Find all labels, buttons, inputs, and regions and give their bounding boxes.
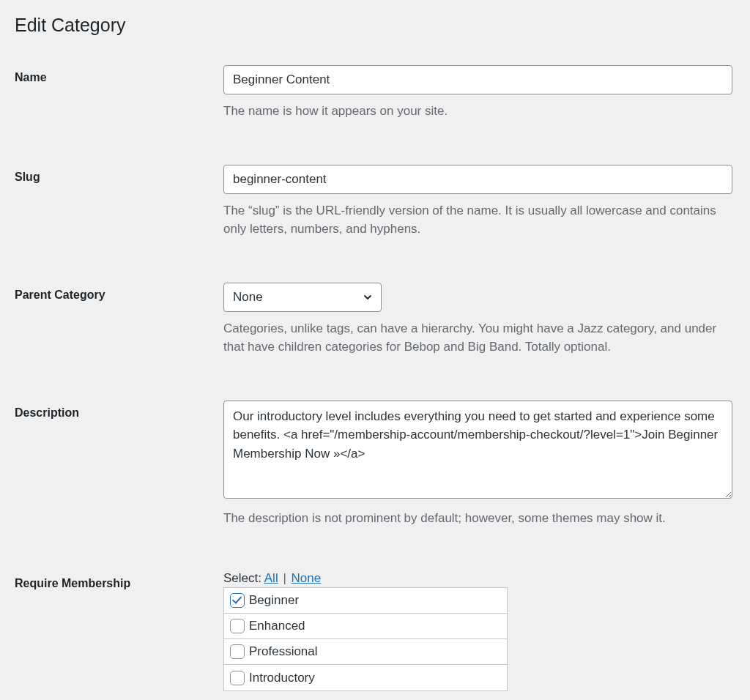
- name-label: Name: [15, 58, 223, 157]
- membership-select-row: Select: All | None: [223, 571, 735, 586]
- membership-checkbox-professional[interactable]: [230, 644, 245, 659]
- parent-help: Categories, unlike tags, can have a hier…: [223, 319, 732, 357]
- parent-select[interactable]: None: [223, 283, 382, 312]
- membership-checkbox-beginner[interactable]: [230, 593, 245, 608]
- slug-help: The “slug” is the URL-friendly version o…: [223, 201, 732, 239]
- edit-category-form: Name The name is how it appears on your …: [15, 58, 735, 700]
- membership-label: Require Membership: [15, 564, 223, 700]
- membership-select-prefix: Select:: [223, 571, 261, 585]
- edit-category-page: Edit Category Name The name is how it ap…: [0, 0, 750, 700]
- membership-select-separator: |: [280, 571, 290, 585]
- slug-label: Slug: [15, 157, 223, 275]
- membership-item-label: Beginner: [249, 593, 299, 608]
- name-input[interactable]: [223, 65, 732, 94]
- membership-item-enhanced[interactable]: Enhanced: [224, 614, 507, 639]
- membership-select-none[interactable]: None: [292, 571, 322, 585]
- page-title: Edit Category: [15, 15, 735, 36]
- slug-input[interactable]: [223, 165, 732, 194]
- membership-item-beginner[interactable]: Beginner: [224, 588, 507, 614]
- membership-checkbox-enhanced[interactable]: [230, 619, 245, 633]
- name-help: The name is how it appears on your site.: [223, 102, 732, 121]
- membership-item-label: Enhanced: [249, 619, 305, 633]
- description-help: The description is not prominent by defa…: [223, 509, 732, 528]
- description-textarea[interactable]: Our introductory level includes everythi…: [223, 401, 732, 499]
- membership-item-introductory[interactable]: Introductory: [224, 665, 507, 690]
- membership-checkbox-introductory[interactable]: [230, 671, 245, 685]
- membership-item-professional[interactable]: Professional: [224, 639, 507, 665]
- parent-label: Parent Category: [15, 275, 223, 393]
- description-label: Description: [15, 393, 223, 565]
- membership-select-all[interactable]: All: [264, 571, 278, 585]
- membership-item-label: Introductory: [249, 671, 315, 685]
- membership-item-label: Professional: [249, 644, 318, 659]
- membership-list: Beginner Enhanced Professional Intr: [223, 587, 508, 691]
